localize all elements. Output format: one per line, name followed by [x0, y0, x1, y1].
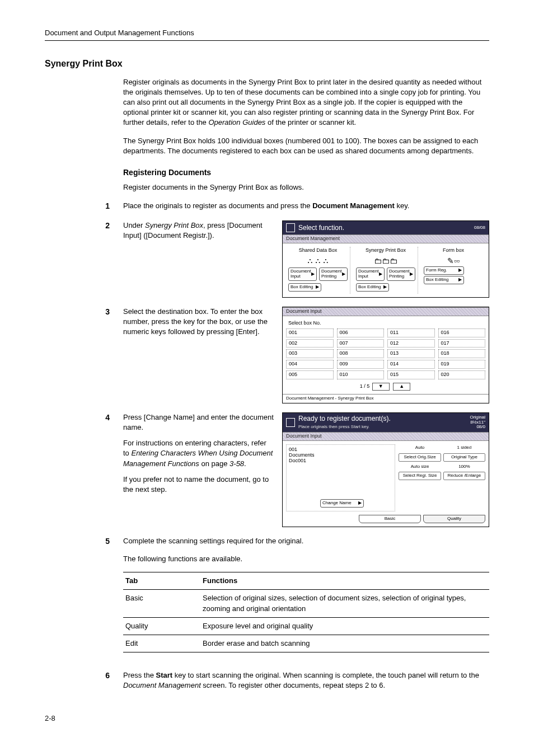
- document-printing-button[interactable]: Document Printing▶: [387, 267, 415, 281]
- screenshot-clock: 08/08: [474, 226, 485, 231]
- step-number: 3: [45, 307, 123, 318]
- box-cell[interactable]: 016: [438, 328, 486, 337]
- screenshot-subtitle: Place originals then press Start key.: [298, 424, 369, 429]
- document-input-button[interactable]: Document Input▶: [356, 267, 385, 281]
- box-cell[interactable]: 018: [438, 349, 486, 358]
- step-number: 5: [45, 536, 123, 547]
- table-row: Basic Selection of original sizes, selec…: [123, 590, 489, 617]
- box-cell[interactable]: 010: [337, 370, 385, 379]
- page-up-button[interactable]: ▲: [393, 383, 410, 391]
- pager-text: 1 / 5: [360, 383, 370, 389]
- box-cell[interactable]: 007: [337, 339, 385, 348]
- table-header-functions: Functions: [200, 572, 489, 590]
- box-editing-button[interactable]: Box Editing▶: [424, 276, 464, 284]
- original-size: 8½x11": [470, 420, 485, 425]
- screenshot-select-box: Document Input Select box No. 001 006 01…: [282, 307, 489, 403]
- col-head-form: Form box: [424, 248, 483, 253]
- form-reg-button[interactable]: Form Reg.▶: [424, 266, 464, 275]
- running-header: Document and Output Management Functions: [45, 28, 489, 41]
- screenshot-clock: 08/0: [476, 424, 485, 429]
- shared-box-icon: ⛬⛬⛬: [288, 257, 348, 265]
- document-input-button[interactable]: Document Input▶: [288, 267, 317, 281]
- subsection-title: Registering Documents: [123, 167, 489, 179]
- box-cell[interactable]: 011: [387, 328, 435, 337]
- page-down-button[interactable]: ▼: [372, 383, 390, 391]
- box-cell[interactable]: 001: [286, 328, 334, 337]
- window-icon: [286, 223, 295, 232]
- zoom-label: 100%: [443, 463, 485, 471]
- step-number: 1: [45, 201, 123, 212]
- screenshot-ready-register: Ready to register document(s). Place ori…: [282, 412, 489, 527]
- screenshot-section: Document Management: [283, 234, 489, 243]
- page-title: Synergy Print Box: [45, 58, 489, 70]
- sided-label: 1 sided: [443, 444, 485, 452]
- change-name-button[interactable]: Change Name▶: [320, 499, 364, 508]
- table-row: Edit Border erase and batch scanning: [123, 635, 489, 652]
- step-3: 3 Select the destination box. To enter t…: [45, 307, 489, 403]
- window-icon: [286, 418, 295, 427]
- form-box-icon: ✎▫▫: [424, 257, 483, 265]
- box-cell[interactable]: 005: [286, 370, 334, 379]
- screenshot-section: Document Input: [283, 432, 489, 441]
- box-cell[interactable]: 019: [438, 360, 486, 369]
- auto-size-label: Auto size: [399, 463, 441, 471]
- screenshot-select-function: Select function. 08/08 Document Manageme…: [282, 220, 489, 298]
- functions-table: Tab Functions Basic Selection of origina…: [123, 572, 489, 652]
- select-regi-size-button[interactable]: Select Regi. Size: [399, 472, 441, 480]
- step-5: 5 Complete the scanning settings require…: [45, 536, 489, 661]
- box-number-grid: 001 006 011 016 002 007 012 017 003 008 …: [286, 328, 485, 379]
- table-header-tab: Tab: [123, 572, 200, 590]
- intro-paragraph-1: Register originals as documents in the S…: [123, 77, 489, 128]
- screenshot-footer: Document Management - Synergy Print Box: [283, 394, 489, 403]
- box-cell[interactable]: 014: [387, 360, 435, 369]
- box-cell[interactable]: 017: [438, 339, 486, 348]
- box-cell[interactable]: 012: [387, 339, 435, 348]
- box-cell[interactable]: 006: [337, 328, 385, 337]
- screenshot-title: Ready to register document(s).: [298, 415, 391, 422]
- step-6: 6 Press the Start key to start scanning …: [45, 670, 489, 691]
- box-editing-button[interactable]: Box Editing▶: [288, 283, 321, 292]
- registering-intro: Register documents in the Synergy Print …: [123, 182, 489, 192]
- step-number: 2: [45, 220, 123, 232]
- document-name: Doc001: [289, 458, 392, 464]
- step-number: 6: [45, 670, 123, 682]
- step-1: 1 Place the originals to register as doc…: [45, 201, 489, 212]
- reduce-enlarge-button[interactable]: Reduce /Enlarge: [443, 472, 485, 480]
- col-head-shared: Shared Data Box: [288, 248, 348, 253]
- box-cell[interactable]: 004: [286, 360, 334, 369]
- document-printing-button[interactable]: Document Printing▶: [319, 267, 348, 281]
- original-label: Original: [470, 415, 485, 420]
- box-cell[interactable]: 009: [337, 360, 385, 369]
- box-cell[interactable]: 020: [438, 370, 486, 379]
- select-box-label: Select box No.: [288, 321, 485, 326]
- tab-basic[interactable]: Basic: [359, 515, 421, 523]
- intro-paragraph-2: The Synergy Print Box holds 100 individu…: [123, 136, 489, 156]
- col-head-synergy: Synergy Print Box: [356, 248, 415, 253]
- box-cell[interactable]: 013: [387, 349, 435, 358]
- box-cell[interactable]: 002: [286, 339, 334, 348]
- page-number: 2-8: [45, 713, 489, 724]
- original-type-button[interactable]: Original Type: [443, 453, 485, 462]
- auto-label: Auto: [399, 444, 441, 452]
- step-2: 2 Under Synergy Print Box, press [Docume…: [45, 220, 489, 298]
- box-editing-button[interactable]: Box Editing▶: [356, 283, 389, 292]
- table-row: Quality Exposure level and original qual…: [123, 617, 489, 635]
- screenshot-title: Select function.: [298, 224, 344, 232]
- synergy-box-icon: 🗀🗀🗀: [356, 257, 415, 265]
- step-number: 4: [45, 412, 123, 424]
- box-cell[interactable]: 003: [286, 349, 334, 358]
- screenshot-section: Document Input: [283, 307, 489, 316]
- box-cell[interactable]: 008: [337, 349, 385, 358]
- step-4: 4 Press [Change Name] and enter the docu…: [45, 412, 489, 527]
- box-cell[interactable]: 015: [387, 370, 435, 379]
- select-orig-size-button[interactable]: Select Orig.Size: [399, 453, 441, 462]
- tab-quality[interactable]: Quality: [423, 515, 485, 523]
